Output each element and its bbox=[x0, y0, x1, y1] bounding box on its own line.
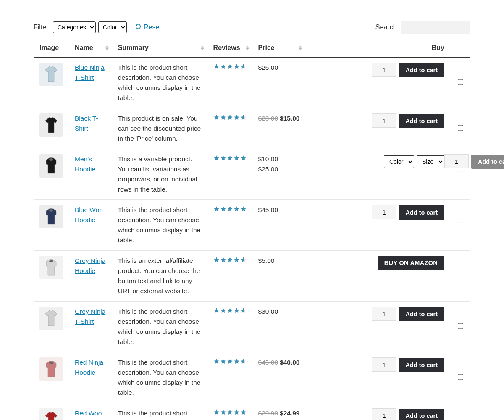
star-rating bbox=[213, 63, 247, 70]
variation-size-select[interactable]: Size bbox=[417, 155, 444, 168]
row-select-checkbox[interactable] bbox=[458, 323, 464, 329]
quantity-input[interactable] bbox=[372, 113, 396, 128]
product-summary: This is an external/affiliate product. Y… bbox=[112, 251, 207, 302]
product-price: $5.00 bbox=[252, 251, 306, 302]
star-rating bbox=[213, 155, 247, 161]
product-name-link[interactable]: Grey Ninja Hoodie bbox=[75, 257, 105, 274]
variation-color-select[interactable]: Color bbox=[384, 155, 414, 168]
col-summary-header[interactable]: Summary bbox=[112, 39, 207, 58]
add-to-cart-button[interactable]: Add to cart bbox=[399, 358, 444, 372]
product-price: $30.00 bbox=[252, 302, 306, 352]
svg-point-2 bbox=[49, 260, 53, 262]
star-rating bbox=[213, 307, 247, 314]
star-rating bbox=[213, 257, 247, 263]
product-name-link[interactable]: Grey Ninja T-Shirt bbox=[75, 308, 105, 325]
quantity-input[interactable] bbox=[372, 307, 396, 321]
product-summary: This is the product short description. Y… bbox=[112, 403, 207, 420]
table-row: Grey Ninja HoodieThis is an external/aff… bbox=[34, 251, 470, 302]
star-rating bbox=[213, 114, 247, 121]
product-price: $45.00 bbox=[252, 200, 306, 251]
table-row: Red Woo T-ShirtThis is the product short… bbox=[34, 403, 470, 420]
product-summary: This is the product short description. Y… bbox=[112, 200, 207, 251]
svg-point-1 bbox=[49, 209, 53, 212]
product-price: $10.00 – $25.00 bbox=[252, 149, 306, 200]
product-thumb[interactable] bbox=[39, 154, 63, 178]
product-thumb[interactable] bbox=[39, 408, 63, 420]
add-to-cart-button[interactable]: Add to cart bbox=[399, 205, 444, 220]
product-thumb[interactable] bbox=[39, 357, 63, 381]
sort-icon bbox=[201, 46, 204, 50]
product-price: $29.99$24.99 bbox=[252, 403, 306, 420]
filter-label: Filter: bbox=[34, 24, 50, 31]
add-to-cart-button[interactable]: Add to cart bbox=[399, 63, 444, 77]
reset-link[interactable]: Reset bbox=[135, 24, 161, 31]
sort-icon bbox=[105, 46, 109, 50]
table-row: Blue Ninja T-ShirtThis is the product sh… bbox=[34, 57, 470, 108]
svg-point-3 bbox=[49, 362, 53, 364]
product-summary: This product is on sale. You can see the… bbox=[112, 108, 207, 149]
row-select-checkbox[interactable] bbox=[458, 273, 464, 278]
col-price-header[interactable]: Price bbox=[252, 39, 306, 58]
product-thumb[interactable] bbox=[39, 63, 63, 86]
product-table: Image Name Summary Reviews Price Buy bbox=[34, 39, 470, 420]
product-name-link[interactable]: Red Woo T-Shirt bbox=[75, 410, 102, 420]
filter-color-select[interactable]: Color bbox=[98, 21, 127, 33]
star-rating bbox=[213, 358, 247, 365]
product-thumb[interactable] bbox=[39, 113, 63, 137]
product-price: $20.00$15.00 bbox=[252, 108, 306, 149]
product-summary: This is the product short description. Y… bbox=[112, 352, 207, 403]
product-name-link[interactable]: Red Ninja Hoodie bbox=[75, 359, 103, 376]
row-select-checkbox[interactable] bbox=[458, 222, 464, 228]
add-to-cart-button[interactable]: Add to cart bbox=[399, 409, 444, 420]
table-row: Grey Ninja T-ShirtThis is the product sh… bbox=[34, 302, 470, 352]
table-row: Men's HoodieThis is a variable product. … bbox=[34, 149, 470, 200]
product-name-link[interactable]: Black T-Shirt bbox=[75, 115, 98, 132]
star-rating bbox=[213, 206, 247, 212]
search-controls: Search: bbox=[375, 21, 470, 34]
filter-categories-select[interactable]: Categories bbox=[53, 21, 96, 33]
product-thumb[interactable] bbox=[39, 307, 63, 330]
sort-icon bbox=[246, 46, 249, 50]
quantity-input[interactable] bbox=[372, 205, 396, 219]
product-name-link[interactable]: Blue Ninja T-Shirt bbox=[75, 64, 105, 81]
quantity-input[interactable] bbox=[372, 63, 396, 77]
product-summary: This is a variable product. You can list… bbox=[112, 149, 207, 200]
row-select-checkbox[interactable] bbox=[458, 374, 464, 380]
add-to-cart-button[interactable]: Add to cart bbox=[399, 114, 444, 128]
reset-icon bbox=[135, 24, 141, 31]
row-select-checkbox[interactable] bbox=[458, 171, 464, 177]
search-label: Search: bbox=[375, 24, 399, 31]
col-image-header: Image bbox=[34, 39, 69, 58]
buy-on-amazon-button[interactable]: BUY ON AMAZON bbox=[378, 256, 444, 270]
product-price: $45.00$40.00 bbox=[252, 352, 306, 403]
add-to-cart-button[interactable]: Add to cart bbox=[471, 155, 504, 169]
col-buy-header: Buy bbox=[305, 39, 450, 58]
quantity-input[interactable] bbox=[372, 408, 396, 420]
quantity-input[interactable] bbox=[444, 154, 469, 168]
table-row: Red Ninja HoodieThis is the product shor… bbox=[34, 352, 470, 403]
table-row: Black T-ShirtThis product is on sale. Yo… bbox=[34, 108, 470, 149]
row-select-checkbox[interactable] bbox=[458, 125, 464, 131]
search-input[interactable] bbox=[401, 21, 470, 34]
row-select-checkbox[interactable] bbox=[458, 79, 464, 85]
product-thumb[interactable] bbox=[39, 205, 63, 228]
product-name-link[interactable]: Men's Hoodie bbox=[75, 155, 95, 173]
col-reviews-header[interactable]: Reviews bbox=[207, 39, 252, 58]
product-summary: This is the product short description. Y… bbox=[112, 302, 207, 352]
table-row: Blue Woo HoodieThis is the product short… bbox=[34, 200, 470, 251]
svg-point-0 bbox=[49, 158, 53, 161]
sort-icon bbox=[299, 46, 302, 50]
product-thumb[interactable] bbox=[39, 256, 63, 279]
product-price: $25.00 bbox=[252, 57, 306, 108]
filter-controls: Filter: Categories Color Reset bbox=[34, 21, 161, 33]
product-name-link[interactable]: Blue Woo Hoodie bbox=[75, 206, 103, 223]
reset-label: Reset bbox=[144, 24, 161, 31]
add-to-cart-button[interactable]: Add to cart bbox=[399, 307, 444, 321]
col-name-header[interactable]: Name bbox=[69, 39, 112, 58]
product-summary: This is the product short description. Y… bbox=[112, 57, 207, 108]
star-rating bbox=[213, 409, 247, 415]
quantity-input[interactable] bbox=[372, 357, 396, 372]
col-check-header bbox=[450, 39, 470, 58]
